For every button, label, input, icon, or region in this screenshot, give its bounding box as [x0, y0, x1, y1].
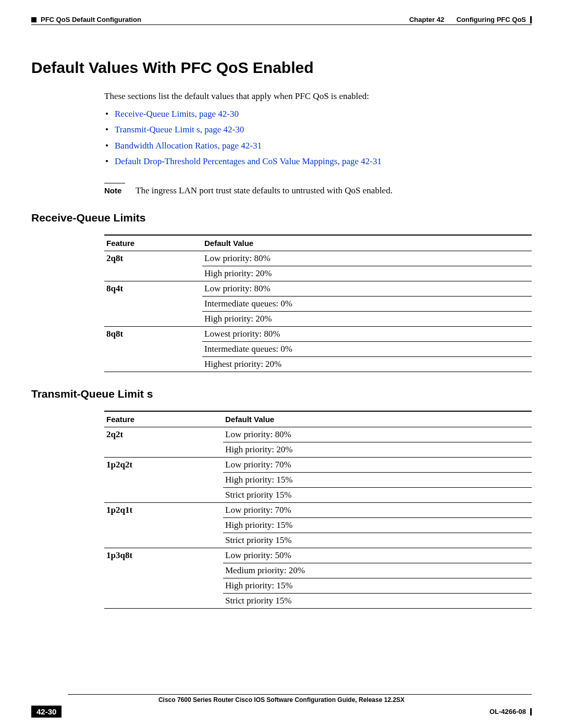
table-row: 2q8tLow priority: 80%	[104, 251, 532, 266]
table-row: 2q2tLow priority: 80%	[104, 427, 532, 442]
intro-text: These sections list the default values t…	[104, 90, 532, 103]
link-receive-queue[interactable]: Receive-Queue Limits, page 42-30	[115, 109, 239, 119]
section-heading-tx: Transmit-Queue Limit s	[31, 388, 532, 400]
receive-queue-table: Feature Default Value 2q8tLow priority: …	[104, 235, 532, 372]
link-transmit-queue[interactable]: Transmit-Queue Limit s, page 42-30	[115, 125, 244, 134]
table-header-feature: Feature	[104, 235, 202, 251]
note-label: Note	[104, 186, 130, 195]
link-bandwidth[interactable]: Bandwidth Allocation Ratios, page 42-31	[115, 141, 262, 151]
table-header-value: Default Value	[223, 411, 532, 427]
page-number-badge: 42-30	[31, 706, 62, 718]
page-title: Default Values With PFC QoS Enabled	[31, 59, 532, 77]
header-marker-icon	[31, 17, 36, 22]
note-block: Note The ingress LAN port trust state de…	[104, 183, 532, 196]
page-header: PFC QoS Default Configuration Chapter 42…	[31, 16, 532, 23]
page-footer: Cisco 7600 Series Router Cisco IOS Softw…	[31, 694, 532, 718]
footer-book-title: Cisco 7600 Series Router Cisco IOS Softw…	[31, 696, 532, 704]
note-text: The ingress LAN port trust state default…	[136, 186, 393, 196]
section-heading-rx: Receive-Queue Limits	[31, 212, 532, 224]
table-row: 1p2q1tLow priority: 70%	[104, 502, 532, 517]
table-header-feature: Feature	[104, 411, 223, 427]
header-chapter: Chapter 42	[409, 16, 444, 23]
doc-id: OL-4266-08	[489, 708, 526, 715]
header-bar-icon	[530, 16, 532, 23]
table-row: 8q4tLow priority: 80%	[104, 281, 532, 296]
link-drop-threshold[interactable]: Default Drop-Threshold Percentages and C…	[115, 156, 382, 166]
transmit-queue-table: Feature Default Value 2q2tLow priority: …	[104, 411, 532, 609]
table-row: 1p2q2tLow priority: 70%	[104, 457, 532, 472]
header-chapter-title: Configuring PFC QoS	[456, 16, 526, 23]
header-divider	[31, 24, 532, 25]
footer-bar-icon	[530, 708, 532, 715]
header-section-title: PFC QoS Default Configuration	[41, 16, 141, 23]
section-links: Receive-Queue Limits, page 42-30 Transmi…	[104, 107, 532, 168]
table-row: 1p3q8tLow priority: 50%	[104, 548, 532, 563]
table-row: 8q8tLowest priority: 80%	[104, 326, 532, 341]
table-header-value: Default Value	[202, 235, 532, 251]
